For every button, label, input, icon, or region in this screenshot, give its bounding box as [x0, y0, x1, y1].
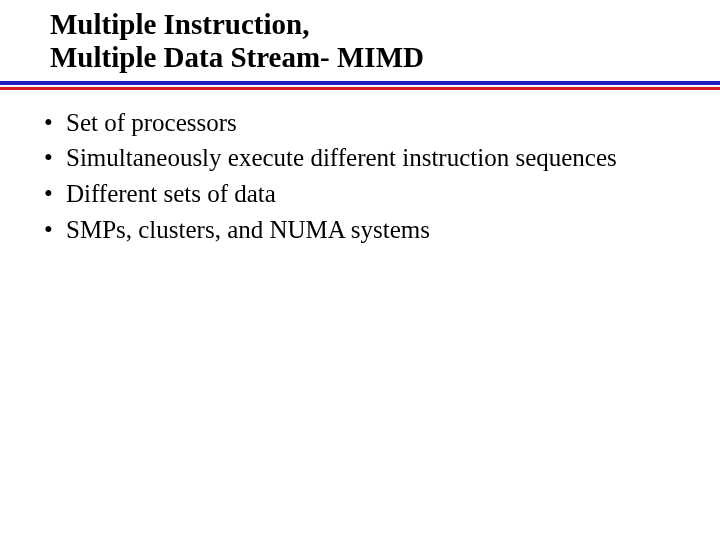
bullet-text: Simultaneously execute different instruc…	[66, 141, 680, 175]
title-line-1: Multiple Instruction,	[50, 8, 720, 41]
content-area: • Set of processors • Simultaneously exe…	[0, 106, 720, 247]
bullet-icon: •	[42, 106, 66, 140]
title-block: Multiple Instruction, Multiple Data Stre…	[0, 8, 720, 75]
list-item: • Set of processors	[42, 106, 680, 140]
list-item: • Different sets of data	[42, 177, 680, 211]
bullet-list: • Set of processors • Simultaneously exe…	[42, 106, 680, 247]
list-item: • SMPs, clusters, and NUMA systems	[42, 213, 680, 247]
bullet-text: Set of processors	[66, 106, 680, 140]
bullet-text: SMPs, clusters, and NUMA systems	[66, 213, 680, 247]
bullet-text: Different sets of data	[66, 177, 680, 211]
bullet-icon: •	[42, 213, 66, 247]
slide-container: Multiple Instruction, Multiple Data Stre…	[0, 0, 720, 540]
divider-blue	[0, 81, 720, 85]
divider	[0, 81, 720, 90]
divider-red	[0, 87, 720, 90]
list-item: • Simultaneously execute different instr…	[42, 141, 680, 175]
bullet-icon: •	[42, 177, 66, 211]
title-line-2: Multiple Data Stream- MIMD	[50, 41, 720, 74]
bullet-icon: •	[42, 141, 66, 175]
